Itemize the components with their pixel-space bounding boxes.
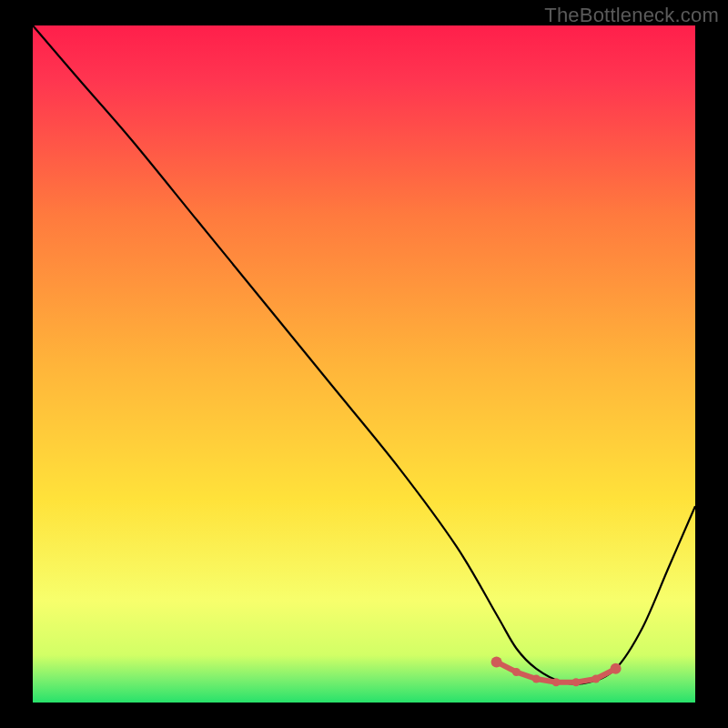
highlight-point [572, 678, 581, 686]
bottleneck-chart [33, 25, 695, 703]
highlight-point [592, 675, 600, 683]
highlight-point [552, 678, 561, 686]
watermark-text: TheBottleneck.com [544, 4, 719, 27]
highlight-point [611, 663, 622, 674]
highlight-point [532, 675, 541, 683]
highlight-point [491, 656, 502, 667]
chart-frame: TheBottleneck.com [0, 0, 728, 728]
plot-area [33, 25, 695, 703]
gradient-background [33, 25, 695, 703]
highlight-point [512, 668, 521, 676]
